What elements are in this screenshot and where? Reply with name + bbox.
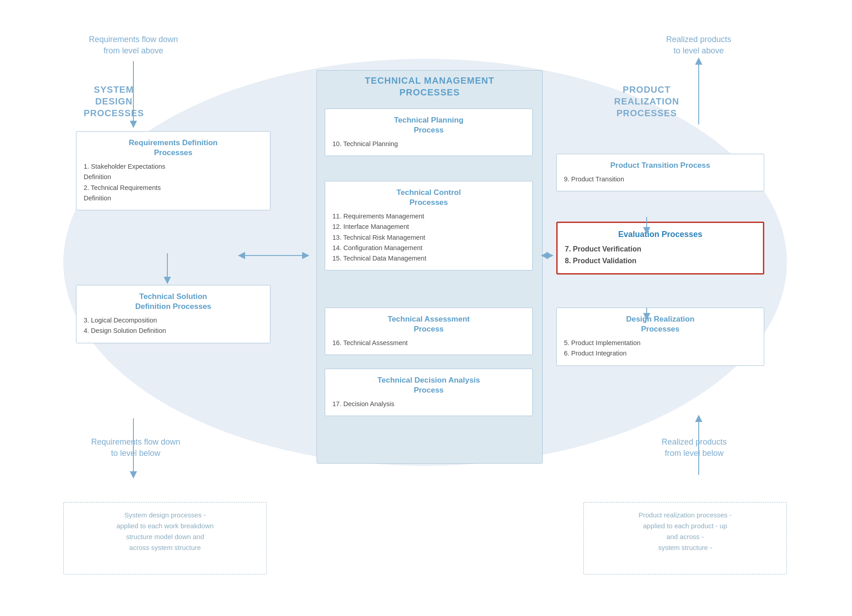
- product-transition-box: Product Transition Process 9. Product Tr…: [556, 154, 764, 191]
- tech-control-item-2: 12. Interface Management: [332, 222, 525, 232]
- tech-control-item-4: 14. Configuration Management: [332, 243, 525, 253]
- tech-assessment-box: Technical Assessment Process 16. Technic…: [325, 308, 533, 355]
- req-flow-down-above-label: Requirements flow down from level above: [84, 34, 183, 57]
- tech-control-title: Technical Control Processes: [332, 188, 525, 208]
- tech-sol-item-1: 3. Logical Decomposition: [84, 315, 263, 326]
- tech-planning-item-1: 10. Technical Planning: [332, 139, 525, 149]
- tech-control-item-3: 13. Technical Risk Management: [332, 232, 525, 243]
- tech-sol-item-2: 4. Design Solution Definition: [84, 326, 263, 336]
- tech-control-item-1: 11. Requirements Management: [332, 211, 525, 222]
- design-realization-box: Design Realization Processes 5. Product …: [556, 308, 764, 366]
- tech-decision-box: Technical Decision Analysis Process 17. …: [325, 369, 533, 416]
- evaluation-title: Evaluation Processes: [565, 229, 756, 240]
- left-dashed-box: System design processes - applied to eac…: [63, 502, 267, 574]
- tech-assessment-item-1: 16. Technical Assessment: [332, 338, 525, 348]
- req-flow-down-below-label: Requirements flow down to level below: [86, 436, 185, 459]
- requirements-definition-box: Requirements Definition Processes 1. Sta…: [76, 131, 270, 210]
- tech-control-item-5: 15. Technical Data Management: [332, 253, 525, 264]
- evaluation-item-1: 7. Product Verification: [565, 243, 756, 255]
- req-def-item-2: 2. Technical RequirementsDefinition: [84, 183, 263, 204]
- tech-planning-box: Technical Planning Process 10. Technical…: [325, 109, 533, 156]
- req-def-item-1: 1. Stakeholder ExpectationsDefinition: [84, 161, 263, 182]
- tech-decision-title: Technical Decision Analysis Process: [332, 375, 525, 395]
- evaluation-item-2: 8. Product Validation: [565, 255, 756, 267]
- tech-control-box: Technical Control Processes 11. Requirem…: [325, 181, 533, 270]
- evaluation-box: Evaluation Processes 7. Product Verifica…: [556, 222, 764, 275]
- req-def-title: Requirements Definition Processes: [84, 138, 263, 158]
- right-dashed-text: Product realization processes - applied …: [593, 510, 777, 553]
- design-realization-item-1: 5. Product Implementation: [564, 338, 757, 348]
- product-transition-item-1: 9. Product Transition: [564, 174, 757, 185]
- realized-products-above-label: Realized products to level above: [642, 34, 755, 57]
- tech-assessment-title: Technical Assessment Process: [332, 314, 525, 334]
- right-dashed-box: Product realization processes - applied …: [583, 502, 787, 574]
- design-realization-item-2: 6. Product Integration: [564, 348, 757, 359]
- tech-mgmt-header: TECHNICAL MANAGEMENT PROCESSES: [317, 75, 543, 98]
- tech-planning-title: Technical Planning Process: [332, 115, 525, 135]
- tech-sol-title: Technical Solution Definition Processes: [84, 292, 263, 312]
- realized-products-below-label: Realized products from level below: [638, 436, 751, 459]
- left-dashed-text: System design processes - applied to eac…: [73, 510, 257, 553]
- product-transition-title: Product Transition Process: [564, 161, 757, 171]
- tech-decision-item-1: 17. Decision Analysis: [332, 399, 525, 409]
- product-realization-header: PRODUCT REALIZATION PROCESSES: [552, 84, 742, 119]
- design-realization-title: Design Realization Processes: [564, 314, 757, 334]
- tech-solution-def-box: Technical Solution Definition Processes …: [76, 285, 270, 343]
- system-design-header: SYSTEM DESIGN PROCESSES: [84, 84, 144, 119]
- page-container: SYSTEM DESIGN PROCESSES TECHNICAL MANAGE…: [0, 0, 852, 616]
